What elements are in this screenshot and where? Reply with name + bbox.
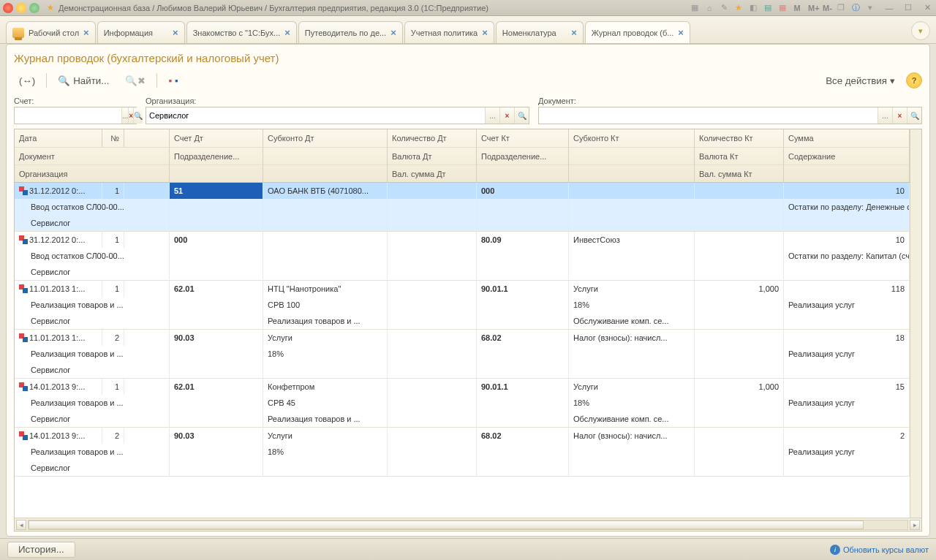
col-date[interactable]: Дата (15, 129, 102, 147)
table-row[interactable]: 14.01.2013 9:...290.03Услуги68.02Налог (… (15, 428, 921, 477)
cell (695, 444, 784, 460)
sys-max-icon[interactable] (29, 3, 39, 13)
grid-body[interactable]: 31.12.2012 0:...151ОАО БАНК ВТБ (4071080… (15, 183, 921, 518)
cell-dt: 51 (170, 183, 263, 199)
col-cur-kt[interactable]: Валюта Кт (695, 147, 784, 164)
entry-icon (19, 284, 28, 293)
cell-dt: 90.03 (170, 428, 263, 444)
help-button[interactable]: ? (906, 72, 922, 88)
tab-info[interactable]: Информация × (97, 21, 185, 43)
table-row[interactable]: 31.12.2012 0:...100080.09ИнвестСоюз10Вво… (15, 232, 921, 281)
tab-guide[interactable]: Путеводитель по де... × (298, 21, 403, 43)
filter-label-account: Счет: (14, 97, 137, 105)
sys-min-icon[interactable] (16, 3, 26, 13)
sys-close-icon[interactable] (3, 3, 13, 13)
col-content[interactable]: Содержание (784, 147, 910, 164)
win-minimize-icon[interactable]: — (883, 4, 895, 12)
scroll-right-button[interactable]: ▸ (910, 520, 920, 530)
col-valsum-kt[interactable]: Вал. сумма Кт (695, 164, 784, 182)
account-search-button[interactable]: 🔍 (133, 107, 143, 124)
scroll-thumb[interactable] (29, 521, 864, 529)
find-button[interactable]: 🔍Найти... (53, 72, 114, 89)
star-icon[interactable]: ★ (47, 3, 54, 12)
cell (263, 215, 388, 231)
table-row[interactable]: 14.01.2013 9:...162.01Конфетпром90.01.1У… (15, 379, 921, 428)
cell (477, 395, 569, 411)
table-row[interactable]: 31.12.2012 0:...151ОАО БАНК ВТБ (4071080… (15, 183, 921, 232)
org-input[interactable] (146, 107, 485, 124)
org-clear-button[interactable]: × (499, 107, 514, 124)
tb-calc-icon[interactable]: ▤ (762, 3, 774, 12)
expand-button[interactable]: (↔) (14, 72, 40, 89)
account-select-button[interactable]: ... (121, 107, 128, 124)
col-kt[interactable]: Счет Кт (477, 129, 569, 147)
dt-kt-button[interactable]: ▪▪ (163, 72, 183, 89)
tb-icon-1[interactable]: ▦ (689, 3, 701, 12)
scroll-left-button[interactable]: ◂ (16, 520, 26, 530)
col-num[interactable]: № (102, 129, 124, 147)
tab-intro[interactable]: Знакомство с "1С:Бух... × (186, 21, 297, 43)
tab-close-icon[interactable]: × (284, 27, 290, 38)
tb-calendar-icon[interactable]: ▦ (777, 3, 788, 12)
col-qty-dt[interactable]: Количество Дт (388, 129, 477, 147)
tab-close-icon[interactable]: × (571, 27, 577, 38)
tab-close-icon[interactable]: × (678, 27, 684, 38)
separator (46, 73, 47, 88)
doc-clear-button[interactable]: × (892, 107, 907, 124)
tb-icon-3[interactable]: ✎ (718, 3, 730, 12)
table-row[interactable]: 11.01.2013 1:...290.03Услуги68.02Налог (… (15, 330, 921, 379)
tb-icon-5[interactable]: ◧ (747, 3, 759, 12)
doc-input[interactable] (539, 107, 878, 124)
horizontal-scrollbar[interactable]: ◂ ▸ (15, 518, 921, 531)
cell (263, 248, 388, 264)
cell: ОАО БАНК ВТБ (4071080... (263, 183, 388, 199)
cell (388, 215, 477, 231)
table-row[interactable]: 11.01.2013 1:...162.01НТЦ "Нанотроника"9… (15, 281, 921, 330)
col-cur-dt[interactable]: Валюта Дт (388, 147, 477, 164)
tb-copy-icon[interactable]: ❐ (835, 3, 847, 12)
update-rates-link[interactable]: Обновить курсы валют (830, 545, 929, 555)
tab-close-icon[interactable]: × (390, 27, 396, 38)
win-close-icon[interactable]: ✕ (921, 3, 933, 12)
col-valsum-dt[interactable]: Вал. сумма Дт (388, 164, 477, 182)
col-sum[interactable]: Сумма (784, 129, 910, 147)
org-select-button[interactable]: ... (485, 107, 499, 124)
account-clear-button[interactable]: × (128, 107, 133, 124)
tab-close-icon[interactable]: × (83, 27, 89, 38)
win-restore-icon[interactable]: ☐ (902, 3, 914, 12)
cell-dt: 90.03 (170, 330, 263, 346)
col-sub-dt[interactable]: Субконто Дт (263, 129, 388, 147)
tab-close-icon[interactable]: × (482, 27, 488, 38)
tab-policy[interactable]: Учетная политика × (404, 21, 494, 43)
col-doc[interactable]: Документ (15, 147, 170, 164)
tabs-overflow-button[interactable]: ▾ (911, 21, 930, 40)
tb-dropdown-icon[interactable]: ▾ (864, 3, 876, 12)
col-sub-kt[interactable]: Субконто Кт (569, 129, 695, 147)
scroll-track[interactable] (28, 520, 908, 530)
m-button[interactable]: M (791, 4, 803, 12)
history-button[interactable]: История... (7, 542, 75, 558)
tab-desktop[interactable]: Рабочий стол × (6, 21, 96, 43)
all-actions-button[interactable]: Все действия ▾ (820, 72, 900, 89)
account-input[interactable] (15, 107, 121, 124)
tb-info-icon[interactable]: ⓘ (850, 2, 861, 13)
vertical-scrollbar[interactable] (910, 129, 921, 518)
col-dept-dt[interactable]: Подразделение... (170, 147, 263, 164)
tab-nomenclature[interactable]: Номенклатура × (496, 21, 584, 43)
col-org[interactable]: Организация (15, 164, 170, 182)
tb-star-icon[interactable]: ★ (733, 3, 744, 12)
app-title: Демонстрационная база / Любимов Валерий … (58, 4, 689, 12)
cell (388, 428, 477, 444)
col-dept-kt[interactable]: Подразделение... (477, 147, 569, 164)
doc-select-button[interactable]: ... (878, 107, 892, 124)
clear-find-button[interactable]: 🔍✖ (120, 72, 151, 89)
m-plus-button[interactable]: M+ (806, 4, 818, 12)
m-minus-button[interactable]: M- (820, 4, 832, 12)
tb-icon-2[interactable]: ⌂ (703, 4, 715, 12)
col-qty-kt[interactable]: Количество Кт (695, 129, 784, 147)
org-search-button[interactable]: 🔍 (514, 107, 529, 124)
tab-close-icon[interactable]: × (173, 27, 178, 38)
tab-journal[interactable]: Журнал проводок (б... × (585, 21, 690, 43)
col-dt[interactable]: Счет Дт (170, 129, 263, 147)
doc-search-button[interactable]: 🔍 (907, 107, 921, 124)
